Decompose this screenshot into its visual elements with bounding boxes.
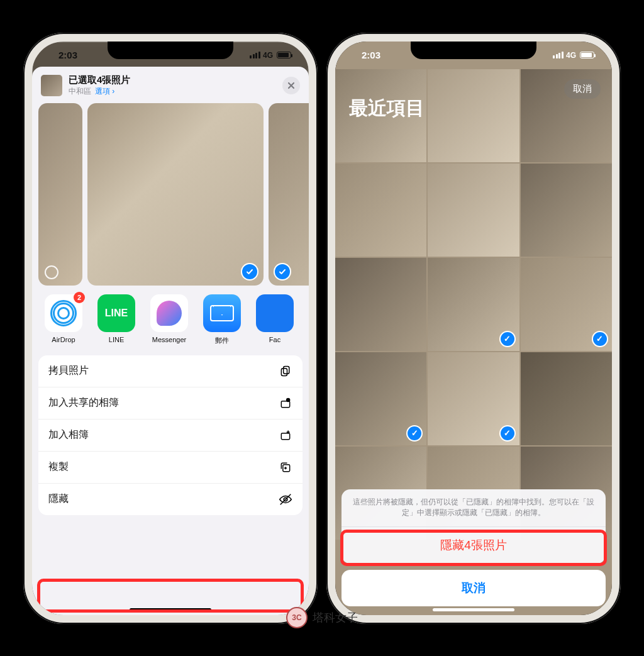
grid-photo[interactable]: ✓ — [428, 352, 519, 445]
action-copy-photo[interactable]: 拷貝照片 — [38, 355, 303, 387]
close-button[interactable] — [282, 77, 300, 94]
share-thumbnail — [41, 75, 62, 96]
photo-thumb-main[interactable] — [87, 103, 264, 286]
phone-left: 2:03 4G 已選取4張照片 中和區 選項 › — [23, 33, 318, 624]
home-indicator[interactable] — [130, 608, 211, 611]
share-app-mail[interactable]: 郵件 — [198, 294, 246, 345]
action-sheet-cancel-button[interactable]: 取消 — [341, 570, 606, 606]
share-options-link[interactable]: 選項 › — [95, 86, 114, 97]
share-title: 已選取4張照片 — [69, 74, 276, 86]
status-network: 4G — [566, 51, 576, 60]
grid-photo[interactable] — [335, 164, 426, 257]
action-add-album[interactable]: 加入相簿 — [38, 420, 303, 452]
check-icon: ✓ — [593, 332, 607, 346]
action-sheet: 這些照片將被隱藏，但仍可以從「已隱藏」的相簿中找到。您可以在「設定」中選擇顯示或… — [341, 489, 606, 606]
share-sheet: 已選取4張照片 中和區 選項 › — [32, 67, 309, 615]
check-icon: ✓ — [501, 426, 514, 440]
status-network: 4G — [263, 51, 273, 60]
facebook-icon — [256, 294, 294, 332]
share-actions-list: 拷貝照片 加入共享的相簿 加入相簿 — [38, 355, 303, 515]
grid-photo[interactable] — [428, 69, 519, 162]
action-label: 加入共享的相簿 — [48, 396, 119, 409]
grid-photo[interactable] — [521, 164, 612, 257]
photo-thumb-next[interactable] — [269, 103, 309, 286]
action-hide[interactable]: 隱藏 — [38, 484, 303, 515]
status-right: 4G — [553, 51, 594, 60]
selection-check-icon[interactable] — [242, 264, 257, 279]
grid-photo[interactable] — [428, 164, 519, 257]
app-label: Fac — [251, 336, 299, 343]
share-app-line[interactable]: LINE LINE — [92, 294, 140, 345]
airdrop-icon: 2 — [45, 294, 82, 332]
action-label: 拷貝照片 — [48, 364, 89, 377]
photo-thumb-prev[interactable] — [38, 103, 82, 286]
svg-rect-4 — [281, 433, 289, 439]
notch — [108, 42, 233, 59]
action-label: 加入相簿 — [48, 428, 89, 442]
share-location: 中和區 — [69, 86, 91, 97]
shared-album-icon — [279, 396, 292, 410]
grid-photo[interactable]: ✓ — [521, 258, 612, 351]
check-icon: ✓ — [501, 332, 514, 346]
grid-photo[interactable] — [521, 352, 612, 445]
action-sheet-message: 這些照片將被隱藏，但仍可以從「已隱藏」的相簿中找到。您可以在「設定」中選擇顯示或… — [341, 489, 606, 526]
signal-icon — [553, 52, 564, 58]
close-icon — [287, 82, 295, 89]
album-icon — [279, 428, 292, 442]
annotation-highlight-hide — [37, 579, 304, 613]
grid-photo[interactable] — [335, 258, 426, 351]
check-icon: ✓ — [408, 426, 421, 440]
battery-icon — [277, 52, 291, 58]
airdrop-badge: 2 — [74, 292, 85, 303]
phone-left-screen: 2:03 4G 已選取4張照片 中和區 選項 › — [32, 42, 309, 615]
mail-icon — [203, 294, 241, 332]
cancel-selection-button[interactable]: 取消 — [564, 79, 601, 99]
grid-photo[interactable]: ✓ — [335, 352, 426, 445]
album-title: 最近項目 — [349, 96, 425, 121]
action-label: 複製 — [48, 460, 69, 474]
app-label: Messenger — [145, 336, 193, 343]
watermark: 3C 塔科女子 — [286, 607, 358, 628]
app-label: LINE — [92, 336, 140, 343]
share-app-facebook[interactable]: Fac — [251, 294, 299, 345]
action-label: 隱藏 — [48, 492, 69, 506]
phone-right: 2:03 4G ✓ ✓ ✓ ✓ — [326, 33, 621, 624]
share-header: 已選取4張照片 中和區 選項 › — [32, 67, 309, 103]
svg-point-3 — [287, 398, 290, 401]
selection-check-icon[interactable] — [275, 264, 290, 279]
signal-icon — [250, 52, 260, 58]
watermark-text: 塔科女子 — [313, 610, 358, 625]
action-add-shared-album[interactable]: 加入共享的相簿 — [38, 387, 303, 420]
share-app-airdrop[interactable]: 2 AirDrop — [40, 294, 87, 345]
photo-strip[interactable] — [32, 103, 309, 286]
share-app-messenger[interactable]: Messenger — [145, 294, 193, 345]
app-label: 郵件 — [198, 336, 246, 345]
status-time: 2:03 — [362, 50, 380, 60]
status-time: 2:03 — [58, 50, 77, 60]
phone-right-screen: 2:03 4G ✓ ✓ ✓ ✓ — [335, 42, 612, 615]
messenger-icon — [150, 294, 188, 332]
selection-circle[interactable] — [45, 265, 58, 279]
hide-icon — [279, 492, 292, 506]
share-apps-row[interactable]: 2 AirDrop LINE LINE Messenger 郵件 — [32, 286, 309, 350]
notch — [411, 42, 536, 59]
status-right: 4G — [250, 51, 291, 60]
svg-rect-0 — [284, 366, 289, 374]
home-indicator[interactable] — [433, 608, 514, 611]
svg-rect-1 — [281, 368, 287, 375]
copy-icon — [279, 364, 292, 378]
battery-icon — [580, 52, 594, 58]
grid-photo[interactable]: ✓ — [428, 258, 519, 351]
watermark-avatar-icon: 3C — [286, 607, 308, 628]
action-sheet-hide-button[interactable]: 隱藏4張照片 — [341, 526, 606, 564]
line-icon: LINE — [97, 294, 135, 332]
action-duplicate[interactable]: 複製 — [38, 452, 303, 484]
duplicate-icon — [279, 460, 292, 474]
app-label: AirDrop — [40, 336, 87, 343]
